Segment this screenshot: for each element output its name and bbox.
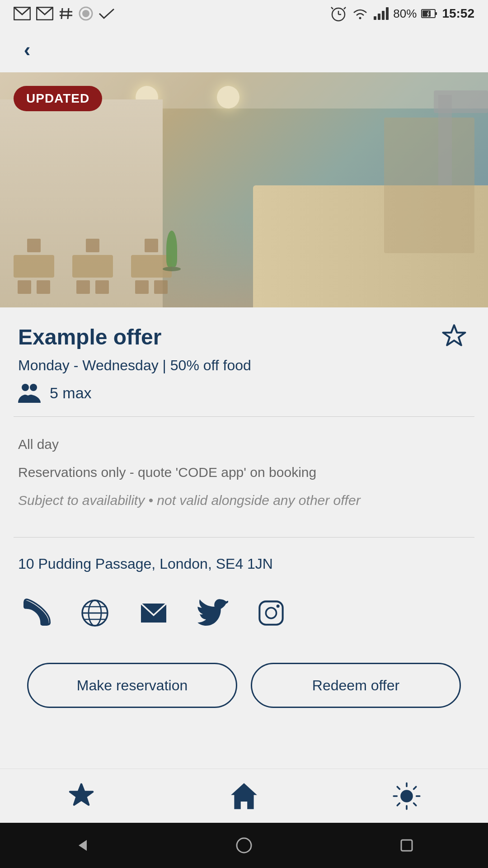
instagram-icon xyxy=(255,597,287,629)
contact-icons-row xyxy=(0,586,488,649)
android-home-icon xyxy=(235,836,253,854)
globe-icon xyxy=(79,597,111,629)
settings-nav-icon xyxy=(390,780,423,812)
svg-line-12 xyxy=(344,7,346,9)
svg-point-25 xyxy=(277,604,280,608)
action-buttons: Make reservation Redeem offer xyxy=(0,649,488,722)
offer-disclaimer: Subject to availability • not valid alon… xyxy=(18,491,470,510)
people-row: 5 max xyxy=(0,378,488,412)
website-button[interactable] xyxy=(77,595,113,631)
mail-icon-2 xyxy=(36,7,53,20)
svg-line-11 xyxy=(331,7,333,9)
check-icon xyxy=(99,6,115,21)
back-button[interactable]: ‹ xyxy=(9,32,45,68)
svg-rect-29 xyxy=(401,840,412,851)
hashtag-icon xyxy=(59,6,73,21)
status-icons-left xyxy=(14,6,115,21)
twitter-icon xyxy=(197,597,228,629)
status-icons-right: 80% 15:52 xyxy=(330,5,474,22)
section-divider-1 xyxy=(14,416,474,417)
phone-button[interactable] xyxy=(18,595,54,631)
android-home-button[interactable] xyxy=(230,832,258,859)
status-bar: 80% 15:52 xyxy=(0,0,488,27)
android-recents-icon xyxy=(398,836,416,854)
nav-settings[interactable] xyxy=(380,774,434,819)
email-button[interactable] xyxy=(136,595,172,631)
nav-favourites[interactable] xyxy=(54,774,108,819)
title-row: Example offer xyxy=(0,307,488,357)
svg-marker-27 xyxy=(79,840,87,851)
svg-rect-14 xyxy=(422,10,431,17)
signal-icon xyxy=(374,7,389,20)
instagram-button[interactable] xyxy=(253,595,289,631)
battery-level: 80% xyxy=(393,7,417,21)
svg-point-24 xyxy=(266,608,276,618)
details-section: All day Reservations only - quote 'CODE … xyxy=(0,421,488,533)
section-divider-2 xyxy=(14,537,474,538)
status-time: 15:52 xyxy=(442,6,474,21)
offer-subtitle: Monday - Wednesday | 50% off food xyxy=(0,357,488,378)
max-people: 5 max xyxy=(50,384,92,402)
main-content: Example offer Monday - Wednesday | 50% o… xyxy=(0,307,488,722)
svg-line-2 xyxy=(61,8,62,19)
battery-icon xyxy=(421,8,437,19)
svg-point-7 xyxy=(82,10,89,17)
email-icon xyxy=(138,597,169,629)
offer-instruction: Reservations only - quote 'CODE app' on … xyxy=(18,463,470,482)
svg-point-28 xyxy=(237,838,251,853)
alarm-icon xyxy=(330,5,347,22)
android-nav-bar xyxy=(0,823,488,868)
android-recents-button[interactable] xyxy=(393,832,420,859)
mail-icon-1 xyxy=(14,7,31,20)
redeem-offer-button[interactable]: Redeem offer xyxy=(251,663,461,708)
android-back-icon xyxy=(72,836,90,854)
favourites-nav-icon xyxy=(65,780,98,812)
back-chevron-icon: ‹ xyxy=(24,38,31,61)
offer-time: All day xyxy=(18,435,470,454)
svg-line-3 xyxy=(68,8,69,19)
lamp-2 xyxy=(217,86,239,108)
svg-point-26 xyxy=(401,791,412,802)
nav-home[interactable] xyxy=(217,774,271,819)
wifi-icon xyxy=(351,5,369,22)
android-back-button[interactable] xyxy=(68,832,95,859)
svg-point-16 xyxy=(22,384,29,391)
svg-rect-23 xyxy=(259,601,282,624)
venue-address: 10 Pudding Passage, London, SE4 1JN xyxy=(0,551,488,586)
svg-point-17 xyxy=(30,384,37,391)
make-reservation-button[interactable]: Make reservation xyxy=(27,663,237,708)
favourite-button[interactable] xyxy=(438,321,470,353)
circle-icon xyxy=(79,6,93,21)
offer-title: Example offer xyxy=(18,325,161,349)
svg-rect-15 xyxy=(435,12,437,15)
phone-icon xyxy=(20,597,52,629)
home-nav-icon xyxy=(228,780,260,812)
people-icon xyxy=(18,383,41,403)
hero-image: UPDATED xyxy=(0,72,488,307)
twitter-button[interactable] xyxy=(194,595,230,631)
bottom-nav xyxy=(0,769,488,823)
updated-badge: UPDATED xyxy=(14,86,102,111)
